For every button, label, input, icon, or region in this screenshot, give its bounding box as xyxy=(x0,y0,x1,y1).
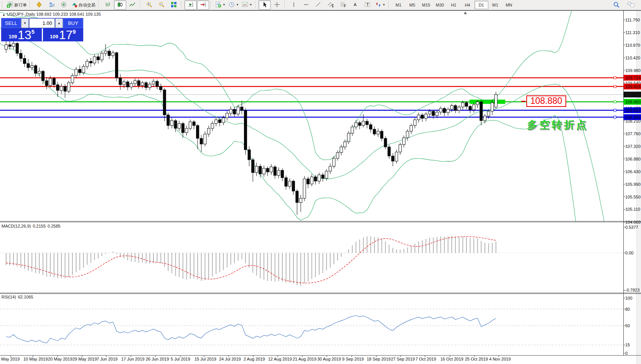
svg-text:5 Jul 2019: 5 Jul 2019 xyxy=(171,357,190,361)
svg-text:0: 0 xyxy=(625,351,628,356)
svg-text:110.870: 110.870 xyxy=(625,43,640,48)
tf-m1-button[interactable]: M1 xyxy=(392,1,405,9)
tf-w1-button[interactable]: W1 xyxy=(488,1,502,9)
trendline-tool-button[interactable] xyxy=(312,0,325,10)
sell-price[interactable]: 109 13 5 xyxy=(2,28,42,41)
candlestick-chart-button[interactable] xyxy=(114,0,126,10)
new-order-button[interactable]: 新订单 xyxy=(5,0,28,10)
line-chart-button[interactable] xyxy=(126,0,138,10)
templates-button[interactable]: ▼ xyxy=(241,0,254,10)
channel-tool-button[interactable]: E xyxy=(325,0,337,10)
pivot-annotation-text[interactable]: 多空转折点 xyxy=(527,118,588,132)
volume-input[interactable] xyxy=(29,18,55,28)
svg-text:A: A xyxy=(354,2,357,7)
zoom-out-button[interactable] xyxy=(155,0,168,10)
macd-panel xyxy=(0,236,623,286)
support-2-handle[interactable] xyxy=(614,116,616,118)
mt4-terminal-window: 新订单 自动交易 ▼ ▼ ▼ E F A T ▼ xyxy=(0,0,641,364)
sell-button[interactable]: SELL xyxy=(2,18,21,28)
candlestick-chart-icon xyxy=(117,2,123,8)
svg-text:16 Oct 2019: 16 Oct 2019 xyxy=(440,357,463,361)
crosshair-tool-button[interactable] xyxy=(271,0,283,10)
price-chart-canvas[interactable]: 111.750111.310110.870110.420109.980109.5… xyxy=(0,0,641,364)
tf-mn-button[interactable]: MN xyxy=(502,1,516,9)
market-watch-icon xyxy=(36,2,42,8)
indicators-icon xyxy=(215,2,221,8)
zoom-in-icon xyxy=(146,2,152,8)
cursor-tool-button[interactable] xyxy=(259,0,271,10)
resistance-2-handle[interactable] xyxy=(614,85,616,88)
toolbar-gripper xyxy=(98,2,101,8)
chart-shift-button[interactable] xyxy=(197,0,209,10)
data-window-button[interactable] xyxy=(45,0,58,10)
navigator-button[interactable] xyxy=(58,0,70,10)
templates-icon xyxy=(242,2,248,8)
pivot-highlight-zone[interactable] xyxy=(470,100,505,104)
zoom-in-button[interactable] xyxy=(143,0,155,10)
text-tool-button[interactable]: A xyxy=(349,0,361,10)
tf-m30-button[interactable]: M30 xyxy=(433,1,447,9)
fibonacci-tool-button[interactable]: F xyxy=(337,0,349,10)
sell-price-figure: 109 xyxy=(8,34,17,39)
svg-text:107.320: 107.320 xyxy=(625,144,641,149)
text-tool-icon: A xyxy=(352,2,358,8)
toolbar-gripper xyxy=(30,2,32,8)
volume-increase-button[interactable]: ▲ xyxy=(55,18,63,28)
svg-text:108.343: 108.343 xyxy=(625,115,641,120)
text-label-tool-button[interactable]: T xyxy=(361,0,374,10)
tile-windows-button[interactable] xyxy=(168,0,180,10)
price-scale[interactable]: 111.750111.310110.870110.420109.980109.5… xyxy=(624,18,641,356)
autotrading-label: 自动交易 xyxy=(79,2,96,8)
buy-price-pips: 17 xyxy=(59,29,73,41)
market-watch-button[interactable] xyxy=(33,0,45,10)
svg-text:29 May 2019: 29 May 2019 xyxy=(73,357,97,361)
tf-m15-button[interactable]: M15 xyxy=(419,1,433,9)
volume-decrease-button[interactable]: ▼ xyxy=(21,18,29,28)
dropdown-caret-icon: ▼ xyxy=(222,3,226,7)
bar-chart-button[interactable] xyxy=(102,0,114,10)
resistance-1-handle[interactable] xyxy=(614,77,616,79)
price-box-connector xyxy=(521,101,526,102)
buy-price[interactable]: 109 17 9 xyxy=(43,28,83,41)
chart-shift-icon xyxy=(200,2,206,8)
svg-text:2 Aug 2019: 2 Aug 2019 xyxy=(244,357,265,361)
vertical-line-tool-button[interactable] xyxy=(288,0,300,10)
time-scale[interactable]: May 201910 May 201920 May 201929 May 201… xyxy=(1,356,511,361)
autotrading-button[interactable]: 自动交易 xyxy=(70,0,97,10)
dropdown-caret-icon: ▼ xyxy=(236,3,239,7)
support-1-handle[interactable] xyxy=(614,109,616,111)
tf-h1-button[interactable]: H1 xyxy=(447,1,461,9)
svg-text:T: T xyxy=(366,2,369,7)
svg-text:17 Jun 2019: 17 Jun 2019 xyxy=(121,357,145,361)
tf-m5-button[interactable]: M5 xyxy=(405,1,419,9)
svg-text:110.420: 110.420 xyxy=(625,56,640,60)
svg-text:20 May 2019: 20 May 2019 xyxy=(48,357,73,361)
buy-button[interactable]: BUY xyxy=(63,18,83,28)
search-button[interactable] xyxy=(610,0,623,10)
svg-text:12 Aug 2019: 12 Aug 2019 xyxy=(268,357,292,361)
pivot-handle[interactable] xyxy=(614,101,616,103)
trendline-icon xyxy=(315,2,321,8)
tile-windows-icon xyxy=(171,2,177,8)
tf-h4-button[interactable]: H4 xyxy=(461,1,475,9)
chat-button[interactable] xyxy=(625,0,637,10)
svg-text:106.430: 106.430 xyxy=(625,169,641,174)
svg-text:109.416: 109.416 xyxy=(625,84,641,89)
chat-icon xyxy=(627,2,635,8)
arrows-tool-button[interactable]: ▼ xyxy=(374,0,387,10)
horizontal-line-tool-button[interactable] xyxy=(300,0,312,10)
svg-text:109.135: 109.135 xyxy=(625,92,641,97)
periods-button[interactable]: ▼ xyxy=(227,0,241,10)
text-label-icon: T xyxy=(364,2,371,8)
svg-text:-0.7823: -0.7823 xyxy=(625,288,639,292)
svg-text:9 Sep 2019: 9 Sep 2019 xyxy=(342,357,364,361)
tf-d1-button[interactable]: D1 xyxy=(475,1,488,9)
svg-text:E: E xyxy=(332,3,334,8)
buy-price-point: 9 xyxy=(73,28,76,35)
indicators-button[interactable]: ▼ xyxy=(214,0,227,10)
price-annotation-box[interactable]: 108.880 xyxy=(526,95,566,107)
toolbar-gripper xyxy=(388,2,391,8)
auto-scroll-button[interactable] xyxy=(185,0,197,10)
svg-text:0.00: 0.00 xyxy=(625,251,633,255)
bollinger-middle-band xyxy=(0,21,606,234)
